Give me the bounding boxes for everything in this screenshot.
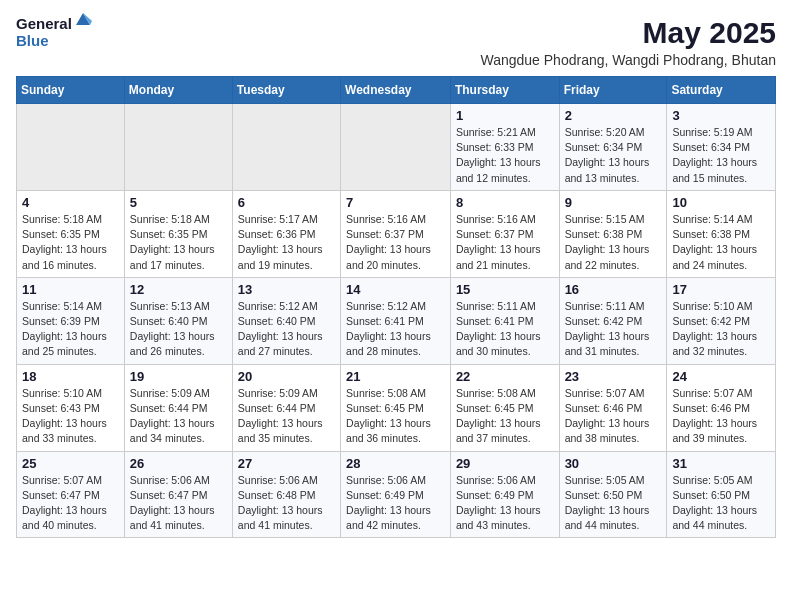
day-number: 20 (238, 369, 335, 384)
calendar-cell: 18Sunrise: 5:10 AM Sunset: 6:43 PM Dayli… (17, 364, 125, 451)
calendar-table: Sunday Monday Tuesday Wednesday Thursday… (16, 76, 776, 538)
calendar-header-row: Sunday Monday Tuesday Wednesday Thursday… (17, 77, 776, 104)
col-saturday: Saturday (667, 77, 776, 104)
day-number: 14 (346, 282, 445, 297)
calendar-cell: 4Sunrise: 5:18 AM Sunset: 6:35 PM Daylig… (17, 190, 125, 277)
calendar-cell: 30Sunrise: 5:05 AM Sunset: 6:50 PM Dayli… (559, 451, 667, 538)
day-info: Sunrise: 5:18 AM Sunset: 6:35 PM Dayligh… (130, 212, 227, 273)
day-info: Sunrise: 5:07 AM Sunset: 6:46 PM Dayligh… (565, 386, 662, 447)
calendar-cell: 19Sunrise: 5:09 AM Sunset: 6:44 PM Dayli… (124, 364, 232, 451)
calendar-cell: 8Sunrise: 5:16 AM Sunset: 6:37 PM Daylig… (450, 190, 559, 277)
month-title: May 2025 (480, 16, 776, 50)
calendar-cell (17, 104, 125, 191)
calendar-cell: 13Sunrise: 5:12 AM Sunset: 6:40 PM Dayli… (232, 277, 340, 364)
calendar-cell: 28Sunrise: 5:06 AM Sunset: 6:49 PM Dayli… (341, 451, 451, 538)
day-info: Sunrise: 5:13 AM Sunset: 6:40 PM Dayligh… (130, 299, 227, 360)
calendar-cell: 22Sunrise: 5:08 AM Sunset: 6:45 PM Dayli… (450, 364, 559, 451)
logo-icon (74, 11, 92, 29)
day-info: Sunrise: 5:20 AM Sunset: 6:34 PM Dayligh… (565, 125, 662, 186)
calendar-week-2: 4Sunrise: 5:18 AM Sunset: 6:35 PM Daylig… (17, 190, 776, 277)
day-info: Sunrise: 5:19 AM Sunset: 6:34 PM Dayligh… (672, 125, 770, 186)
calendar-cell: 11Sunrise: 5:14 AM Sunset: 6:39 PM Dayli… (17, 277, 125, 364)
day-info: Sunrise: 5:17 AM Sunset: 6:36 PM Dayligh… (238, 212, 335, 273)
col-tuesday: Tuesday (232, 77, 340, 104)
calendar-week-5: 25Sunrise: 5:07 AM Sunset: 6:47 PM Dayli… (17, 451, 776, 538)
title-block: May 2025 Wangdue Phodrang, Wangdi Phodra… (480, 16, 776, 68)
calendar-cell: 15Sunrise: 5:11 AM Sunset: 6:41 PM Dayli… (450, 277, 559, 364)
calendar-cell: 6Sunrise: 5:17 AM Sunset: 6:36 PM Daylig… (232, 190, 340, 277)
day-info: Sunrise: 5:12 AM Sunset: 6:41 PM Dayligh… (346, 299, 445, 360)
day-info: Sunrise: 5:10 AM Sunset: 6:43 PM Dayligh… (22, 386, 119, 447)
calendar-cell: 3Sunrise: 5:19 AM Sunset: 6:34 PM Daylig… (667, 104, 776, 191)
calendar-week-3: 11Sunrise: 5:14 AM Sunset: 6:39 PM Dayli… (17, 277, 776, 364)
day-number: 4 (22, 195, 119, 210)
day-number: 26 (130, 456, 227, 471)
day-number: 16 (565, 282, 662, 297)
day-info: Sunrise: 5:16 AM Sunset: 6:37 PM Dayligh… (456, 212, 554, 273)
col-friday: Friday (559, 77, 667, 104)
day-number: 21 (346, 369, 445, 384)
logo: General Blue (16, 16, 92, 49)
logo-general: General (16, 16, 72, 33)
day-info: Sunrise: 5:11 AM Sunset: 6:42 PM Dayligh… (565, 299, 662, 360)
calendar-cell (232, 104, 340, 191)
calendar-cell: 5Sunrise: 5:18 AM Sunset: 6:35 PM Daylig… (124, 190, 232, 277)
day-number: 28 (346, 456, 445, 471)
day-number: 17 (672, 282, 770, 297)
calendar-cell: 9Sunrise: 5:15 AM Sunset: 6:38 PM Daylig… (559, 190, 667, 277)
day-info: Sunrise: 5:08 AM Sunset: 6:45 PM Dayligh… (346, 386, 445, 447)
col-wednesday: Wednesday (341, 77, 451, 104)
day-number: 15 (456, 282, 554, 297)
calendar-cell (341, 104, 451, 191)
calendar-week-1: 1Sunrise: 5:21 AM Sunset: 6:33 PM Daylig… (17, 104, 776, 191)
day-number: 6 (238, 195, 335, 210)
col-monday: Monday (124, 77, 232, 104)
day-info: Sunrise: 5:05 AM Sunset: 6:50 PM Dayligh… (565, 473, 662, 534)
day-number: 30 (565, 456, 662, 471)
calendar-cell: 25Sunrise: 5:07 AM Sunset: 6:47 PM Dayli… (17, 451, 125, 538)
day-number: 5 (130, 195, 227, 210)
calendar-week-4: 18Sunrise: 5:10 AM Sunset: 6:43 PM Dayli… (17, 364, 776, 451)
day-info: Sunrise: 5:11 AM Sunset: 6:41 PM Dayligh… (456, 299, 554, 360)
day-number: 18 (22, 369, 119, 384)
col-sunday: Sunday (17, 77, 125, 104)
calendar-cell: 31Sunrise: 5:05 AM Sunset: 6:50 PM Dayli… (667, 451, 776, 538)
day-info: Sunrise: 5:18 AM Sunset: 6:35 PM Dayligh… (22, 212, 119, 273)
calendar-cell: 10Sunrise: 5:14 AM Sunset: 6:38 PM Dayli… (667, 190, 776, 277)
calendar-cell: 16Sunrise: 5:11 AM Sunset: 6:42 PM Dayli… (559, 277, 667, 364)
day-info: Sunrise: 5:07 AM Sunset: 6:46 PM Dayligh… (672, 386, 770, 447)
day-info: Sunrise: 5:10 AM Sunset: 6:42 PM Dayligh… (672, 299, 770, 360)
day-info: Sunrise: 5:21 AM Sunset: 6:33 PM Dayligh… (456, 125, 554, 186)
calendar-cell (124, 104, 232, 191)
day-info: Sunrise: 5:16 AM Sunset: 6:37 PM Dayligh… (346, 212, 445, 273)
location-title: Wangdue Phodrang, Wangdi Phodrang, Bhuta… (480, 52, 776, 68)
day-number: 29 (456, 456, 554, 471)
day-number: 27 (238, 456, 335, 471)
day-info: Sunrise: 5:08 AM Sunset: 6:45 PM Dayligh… (456, 386, 554, 447)
day-number: 19 (130, 369, 227, 384)
day-info: Sunrise: 5:06 AM Sunset: 6:49 PM Dayligh… (346, 473, 445, 534)
calendar-cell: 26Sunrise: 5:06 AM Sunset: 6:47 PM Dayli… (124, 451, 232, 538)
day-number: 3 (672, 108, 770, 123)
col-thursday: Thursday (450, 77, 559, 104)
calendar-cell: 12Sunrise: 5:13 AM Sunset: 6:40 PM Dayli… (124, 277, 232, 364)
day-number: 1 (456, 108, 554, 123)
day-info: Sunrise: 5:06 AM Sunset: 6:48 PM Dayligh… (238, 473, 335, 534)
calendar-cell: 21Sunrise: 5:08 AM Sunset: 6:45 PM Dayli… (341, 364, 451, 451)
day-number: 12 (130, 282, 227, 297)
day-number: 31 (672, 456, 770, 471)
day-info: Sunrise: 5:07 AM Sunset: 6:47 PM Dayligh… (22, 473, 119, 534)
calendar-cell: 29Sunrise: 5:06 AM Sunset: 6:49 PM Dayli… (450, 451, 559, 538)
day-number: 9 (565, 195, 662, 210)
calendar-cell: 24Sunrise: 5:07 AM Sunset: 6:46 PM Dayli… (667, 364, 776, 451)
day-number: 23 (565, 369, 662, 384)
logo-text: General Blue (16, 16, 92, 49)
calendar-cell: 1Sunrise: 5:21 AM Sunset: 6:33 PM Daylig… (450, 104, 559, 191)
calendar-cell: 20Sunrise: 5:09 AM Sunset: 6:44 PM Dayli… (232, 364, 340, 451)
day-info: Sunrise: 5:12 AM Sunset: 6:40 PM Dayligh… (238, 299, 335, 360)
day-info: Sunrise: 5:09 AM Sunset: 6:44 PM Dayligh… (130, 386, 227, 447)
day-number: 24 (672, 369, 770, 384)
day-info: Sunrise: 5:15 AM Sunset: 6:38 PM Dayligh… (565, 212, 662, 273)
page-header: General Blue May 2025 Wangdue Phodrang, … (16, 16, 776, 68)
calendar-cell: 23Sunrise: 5:07 AM Sunset: 6:46 PM Dayli… (559, 364, 667, 451)
